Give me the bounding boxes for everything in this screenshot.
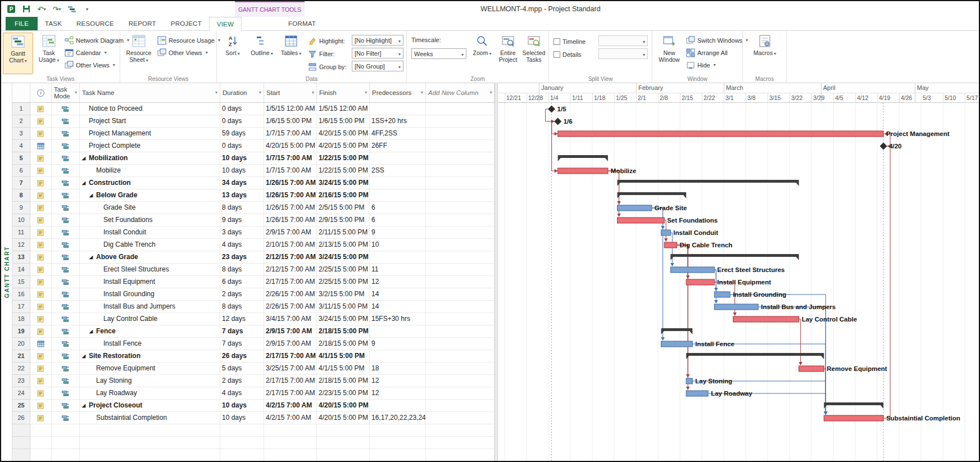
row-number[interactable]: 10	[12, 214, 30, 227]
summary-bar[interactable]	[824, 402, 883, 409]
start-cell[interactable]	[264, 424, 317, 437]
duration-cell[interactable]: 34 days	[220, 177, 264, 189]
predecessors-cell[interactable]: 14	[370, 288, 426, 301]
predecessors-cell[interactable]: 9	[370, 227, 426, 239]
tab-report[interactable]: REPORT	[121, 17, 164, 30]
predecessors-cell[interactable]: 9	[370, 338, 426, 350]
predecessors-cell[interactable]: 11	[370, 264, 426, 276]
task-name-cell[interactable]: Install Equipment	[80, 276, 220, 288]
row-number[interactable]: 12	[12, 239, 30, 251]
indicator-cell[interactable]	[30, 424, 52, 437]
start-cell[interactable]: 1/26/15 7:00 AM	[264, 202, 317, 214]
task-mode-cell[interactable]	[52, 140, 80, 152]
duration-cell[interactable]	[220, 449, 264, 461]
add-new-column-cell[interactable]	[426, 375, 494, 387]
task-name-cell[interactable]: Install Fence	[80, 338, 220, 350]
finish-cell[interactable]: 3/24/15 5:00 PM	[317, 251, 370, 264]
start-cell[interactable]: 2/26/15 7:00 AM	[264, 288, 317, 301]
summary-bar[interactable]	[670, 254, 798, 260]
tables-button[interactable]: Tables	[278, 33, 305, 74]
row-number[interactable]: 26	[12, 412, 30, 424]
indicator-cell[interactable]	[30, 437, 52, 449]
add-new-column-cell[interactable]	[426, 115, 494, 128]
task-bar[interactable]	[661, 341, 693, 347]
duration-cell[interactable]: 10 days	[220, 400, 264, 412]
header-predecessors[interactable]: Predecessors▾	[370, 83, 426, 102]
duration-cell[interactable]: 2 days	[220, 288, 264, 301]
tab-task[interactable]: TASK	[38, 17, 69, 30]
task-bar[interactable]	[686, 378, 692, 384]
summary-bar[interactable]	[618, 180, 799, 186]
task-bar[interactable]	[714, 304, 758, 310]
row-number[interactable]: 19	[12, 325, 30, 338]
finish-cell[interactable]: 2/11/15 5:00 PM	[317, 227, 370, 239]
add-new-column-cell[interactable]	[426, 276, 494, 288]
row-number[interactable]: 25	[12, 400, 30, 412]
task-bar[interactable]	[824, 415, 883, 421]
entire-project-button[interactable]: Entire Project	[496, 33, 520, 74]
task-name-cell[interactable]: Remove Equipment	[80, 363, 220, 375]
tab-resource[interactable]: RESOURCE	[69, 17, 121, 30]
header-row-number[interactable]	[12, 83, 30, 102]
task-name-cell[interactable]: Dig Cable Trench	[80, 239, 220, 251]
outline-expand-icon[interactable]: ◢	[89, 325, 96, 337]
duration-cell[interactable]: 0 days	[220, 103, 264, 115]
outline-expand-icon[interactable]: ◢	[89, 251, 96, 263]
row-number[interactable]: 4	[12, 140, 30, 152]
selected-tasks-button[interactable]: Selected Tasks	[521, 33, 546, 74]
finish-cell[interactable]: 4/20/15 5:00 PM	[317, 412, 370, 424]
duration-cell[interactable]: 6 days	[220, 276, 264, 288]
start-cell[interactable]: 2/9/15 7:00 AM	[264, 338, 317, 350]
duration-cell[interactable]: 5 days	[220, 363, 264, 375]
outline-expand-icon[interactable]: ◢	[82, 177, 89, 189]
outline-expand-icon[interactable]: ◢	[82, 350, 89, 362]
indicator-cell[interactable]	[30, 313, 52, 325]
predecessors-cell[interactable]: 10	[370, 239, 426, 251]
duration-cell[interactable]	[220, 437, 264, 449]
row-number[interactable]: 20	[12, 338, 30, 350]
finish-cell[interactable]: 2/23/15 5:00 PM	[317, 387, 370, 400]
row-number[interactable]: 17	[12, 301, 30, 313]
finish-cell[interactable]: 4/20/15 5:00 PM	[317, 400, 370, 412]
add-new-column-cell[interactable]	[426, 437, 494, 449]
indicator-cell[interactable]	[30, 239, 52, 251]
task-mode-cell[interactable]	[52, 338, 80, 350]
predecessors-cell[interactable]	[370, 152, 426, 165]
duration-cell[interactable]: 59 days	[220, 128, 264, 140]
task-name-cell[interactable]: Install Grounding	[80, 288, 220, 301]
predecessors-cell[interactable]: 26FF	[370, 140, 426, 152]
macros-button[interactable]: Macros	[750, 33, 779, 74]
row-number[interactable]	[12, 424, 30, 437]
row-number[interactable]: 22	[12, 363, 30, 375]
timeline-checkbox-row[interactable]: Timeline	[553, 35, 586, 47]
add-new-column-cell[interactable]	[426, 387, 494, 400]
start-cell[interactable]	[264, 449, 317, 461]
finish-cell[interactable]: 2/25/15 5:00 PM	[317, 276, 370, 288]
add-new-column-cell[interactable]	[426, 239, 494, 251]
task-mode-cell[interactable]	[52, 325, 80, 338]
task-mode-cell[interactable]	[52, 227, 80, 239]
summary-bar[interactable]	[558, 155, 608, 161]
start-cell[interactable]: 4/2/15 7:00 AM	[264, 400, 317, 412]
task-mode-cell[interactable]	[52, 449, 80, 461]
indicator-cell[interactable]	[30, 140, 52, 152]
start-cell[interactable]: 1/7/15 7:00 AM	[264, 165, 317, 177]
finish-cell[interactable]: 2/18/15 5:00 PM	[317, 338, 370, 350]
finish-cell[interactable]: 2/13/15 5:00 PM	[317, 239, 370, 251]
start-cell[interactable]: 2/12/15 7:00 AM	[264, 264, 317, 276]
row-number[interactable]: 5	[12, 152, 30, 165]
task-name-cell[interactable]: ◢Mobilization	[80, 152, 220, 165]
indicator-cell[interactable]	[30, 400, 52, 412]
add-new-column-cell[interactable]	[426, 202, 494, 214]
duration-cell[interactable]: 3 days	[220, 227, 264, 239]
row-number[interactable]: 7	[12, 177, 30, 189]
add-new-column-cell[interactable]	[426, 363, 494, 375]
highlight-dropdown[interactable]: [No Highlight]	[352, 35, 403, 46]
row-number[interactable]: 2	[12, 115, 30, 128]
start-cell[interactable]: 1/26/15 7:00 AM	[264, 189, 317, 202]
task-mode-cell[interactable]	[52, 437, 80, 449]
duration-cell[interactable]: 8 days	[220, 264, 264, 276]
predecessors-cell[interactable]: 6	[370, 202, 426, 214]
predecessors-cell[interactable]	[370, 325, 426, 338]
timescale-dropdown[interactable]: Weeks	[411, 48, 466, 59]
